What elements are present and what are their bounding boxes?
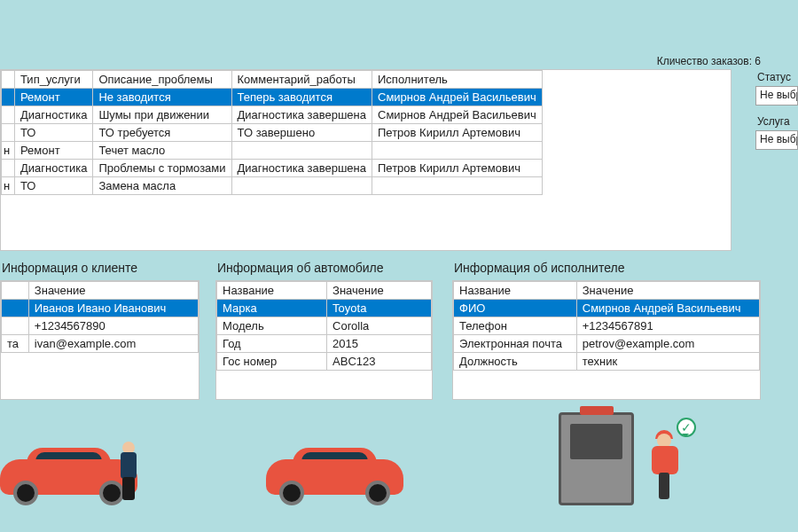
table-row[interactable]: ДиагностикаШумы при движенииДиагностика …	[2, 106, 543, 124]
table-row[interactable]: Год2015	[217, 335, 432, 353]
car-info-grid[interactable]: НазваниеЗначение МаркаToyotaМодельCoroll…	[216, 281, 432, 371]
illustration-client	[0, 443, 137, 505]
client-info-title: Информация о клиенте	[0, 261, 200, 275]
orders-count-label: Кличество заказов: 6	[657, 55, 761, 67]
table-row[interactable]: Электронная почтаpetrov@example.com	[454, 335, 760, 353]
car-column-header[interactable]: Значение	[327, 282, 432, 300]
table-row[interactable]: Гос номерABC123	[217, 353, 432, 371]
car-info-section: Информация об автомобиле НазваниеЗначени…	[215, 261, 433, 400]
car-info-title: Информация об автомобиле	[215, 261, 433, 275]
orders-column-header[interactable]: Исполнитель	[372, 71, 543, 89]
table-row[interactable]: ДиагностикаПроблемы с тормозамиДиагности…	[2, 160, 543, 177]
table-row[interactable]: нРемонтТечет масло	[2, 142, 543, 160]
orders-column-header[interactable]: Тип_услуги	[15, 71, 93, 89]
table-row[interactable]: таivan@example.com	[2, 335, 199, 353]
orders-column-header[interactable]: Комментарий_работы	[231, 71, 372, 89]
client-column-header[interactable]: Значение	[28, 282, 198, 300]
status-filter-label: Статус	[755, 71, 798, 83]
illustration-car	[266, 443, 403, 505]
service-filter-select[interactable]: Не выбрано	[755, 130, 798, 150]
table-row[interactable]: нТОЗамена масла	[2, 177, 543, 195]
status-filter-select[interactable]: Не выбрано	[755, 86, 798, 106]
performer-info-grid[interactable]: НазваниеЗначение ФИОСмирнов Андрей Васил…	[453, 281, 760, 371]
illustration-mechanic: ✓	[559, 412, 692, 505]
table-row[interactable]: +1234567890	[2, 317, 199, 335]
client-info-grid[interactable]: Значение Иванов Ивано Иванович+123456789…	[1, 281, 199, 353]
table-row[interactable]: ФИОСмирнов Андрей Васильевич	[454, 300, 760, 317]
performer-info-title: Информация об исполнителе	[452, 261, 761, 275]
orders-column-header[interactable]	[2, 71, 15, 89]
client-info-section: Информация о клиенте Значение Иванов Ива…	[0, 261, 200, 400]
table-row[interactable]: ТОТО требуетсяТО завершеноПетров Кирилл …	[2, 124, 543, 142]
table-row[interactable]: МодельCorolla	[217, 317, 432, 335]
performer-column-header[interactable]: Название	[454, 282, 577, 300]
service-filter-label: Услуга	[755, 115, 798, 128]
orders-column-header[interactable]: Описание_проблемы	[93, 71, 231, 89]
table-row[interactable]: Иванов Ивано Иванович	[2, 300, 199, 317]
orders-grid-panel: Тип_услугиОписание_проблемыКомментарий_р…	[0, 69, 732, 251]
orders-grid[interactable]: Тип_услугиОписание_проблемыКомментарий_р…	[1, 70, 543, 195]
table-row[interactable]: Должностьтехник	[454, 353, 760, 371]
table-row[interactable]: МаркаToyota	[217, 300, 432, 317]
performer-column-header[interactable]: Значение	[576, 282, 759, 300]
client-column-header[interactable]	[2, 282, 29, 300]
table-row[interactable]: Телефон+1234567891	[454, 317, 760, 335]
performer-info-section: Информация об исполнителе НазваниеЗначен…	[452, 261, 761, 400]
car-column-header[interactable]: Название	[217, 282, 327, 300]
table-row[interactable]: РемонтНе заводитсяТеперь заводитсяСмирно…	[2, 89, 543, 106]
